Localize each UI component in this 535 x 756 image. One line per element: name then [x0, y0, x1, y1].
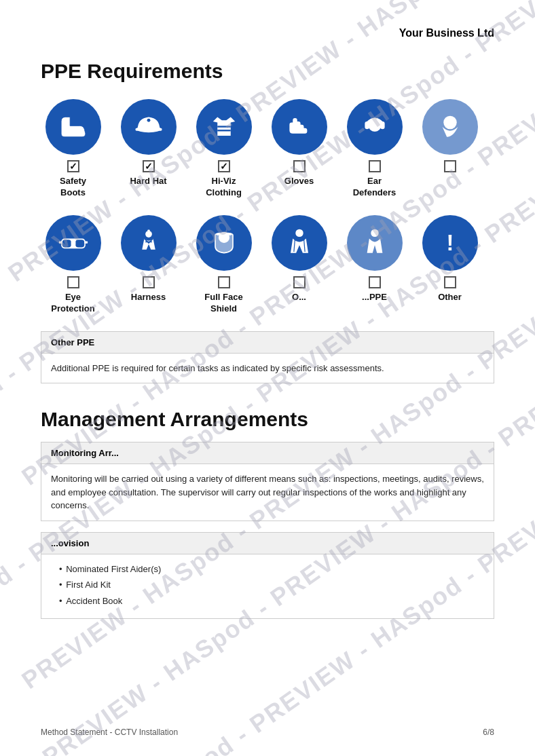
- ppe-checkbox-gloves[interactable]: [293, 160, 306, 172]
- ppe-label-boots: SafetyBoots: [60, 176, 86, 199]
- ppe-label-eyeprotection: EyeProtection: [51, 292, 94, 315]
- ppe-item-ppe2: O...: [267, 215, 331, 315]
- first-aid-item-3: Accident Book: [51, 594, 484, 608]
- eyeprotection-svg: [56, 225, 91, 261]
- ppe-item-hiviz: Hi-VizClothing: [191, 99, 256, 199]
- svg-point-23: [371, 229, 378, 236]
- svg-rect-7: [380, 121, 385, 129]
- svg-rect-14: [84, 241, 88, 243]
- ppe-label-faceshield: Full FaceShield: [204, 292, 242, 315]
- svg-rect-12: [71, 242, 75, 245]
- ppe-icon-hardhat: [121, 99, 177, 155]
- ppe-item-eye-protection: EyeProtection: [41, 215, 105, 315]
- gloves-svg: [282, 109, 317, 145]
- ppe-label-hardhat: Hard Hat: [130, 176, 166, 187]
- svg-rect-13: [58, 241, 62, 243]
- first-aid-body: Nominated First Aider(s) First Aid Kit A…: [41, 554, 494, 619]
- hiviz-svg: [206, 109, 242, 145]
- page: PREVIEW - HASpod - PREVIEW - HASpod - PR…: [0, 0, 535, 756]
- svg-point-2: [147, 119, 150, 122]
- ppe-label-ppe2: O...: [292, 292, 306, 303]
- ppe-icon-gloves: [272, 99, 327, 155]
- svg-rect-19: [216, 233, 232, 235]
- company-name: Your Business Ltd: [41, 27, 494, 39]
- ppe-label-harness: Harness: [131, 292, 166, 303]
- ppe-checkbox-ppe3[interactable]: [369, 276, 381, 288]
- ppe-section-title: PPE Requirements: [41, 60, 494, 83]
- svg-rect-11: [75, 240, 84, 247]
- ppe3-svg: [357, 225, 392, 261]
- monitoring-header: Monitoring Arr...: [41, 442, 494, 464]
- ppe-checkbox-other[interactable]: [444, 276, 456, 288]
- svg-text:!: !: [446, 231, 454, 255]
- ppe-icon-faceshield: [196, 215, 252, 271]
- first-aid-box: ...ovision Nominated First Aider(s) Firs…: [41, 532, 494, 620]
- footer: Method Statement - CCTV Installation 6/8: [41, 727, 494, 737]
- ppe-icon-exclamation: !: [422, 215, 478, 271]
- monitoring-box: Monitoring Arr... Monitoring will be car…: [41, 442, 494, 521]
- ppe-icon-ppe2: [272, 215, 327, 271]
- other-ppe-box: Other PPE Additional PPE is required for…: [41, 331, 494, 384]
- ppe-checkbox-ppe2[interactable]: [293, 276, 306, 288]
- monitoring-body: Monitoring will be carried out using a v…: [41, 464, 494, 521]
- ppe-icon-eyeprotection: [45, 215, 101, 271]
- ppe-item-other: ! Other: [418, 215, 482, 315]
- ppe-label-other: Other: [438, 292, 462, 303]
- ppe-row2: EyeProtection Harness: [41, 215, 494, 315]
- svg-rect-4: [217, 130, 231, 131]
- ppe-icon-ppe3: [347, 215, 403, 271]
- ppe-item-harness: Harness: [116, 215, 181, 315]
- ppe-row1: SafetyBoots Hard Hat: [41, 99, 494, 199]
- other-ppe-header: Other PPE: [41, 332, 494, 354]
- management-section-title: Management Arrangements: [41, 408, 494, 431]
- ppe-icon-eardefenders: [347, 99, 403, 155]
- footer-right: 6/8: [483, 727, 494, 737]
- eardefenders-svg: [357, 109, 392, 145]
- hardhat-svg: [131, 109, 166, 145]
- ppe-label-ppe3: ...PPE: [362, 292, 387, 303]
- svg-rect-3: [217, 126, 231, 127]
- svg-rect-10: [62, 240, 71, 247]
- ppe-item-faceshield: Full FaceShield: [191, 215, 256, 315]
- svg-point-8: [443, 116, 457, 130]
- ppe-checkbox-harness[interactable]: [143, 276, 155, 288]
- mask-svg: [432, 109, 468, 145]
- ppe-item-gloves: Gloves: [267, 99, 331, 199]
- other-ppe-body: Additional PPE is required for certain t…: [41, 354, 494, 383]
- ppe-checkbox-hardhat[interactable]: [143, 160, 155, 172]
- svg-point-20: [295, 229, 303, 236]
- ppe-item-safety-boots: SafetyBoots: [41, 99, 105, 199]
- first-aid-item-1: Nominated First Aider(s): [51, 563, 484, 576]
- ppe-icon-harness: [121, 215, 177, 271]
- ppe-checkbox-boots[interactable]: [67, 160, 79, 172]
- harness-svg: [131, 225, 166, 261]
- ppe-label-gloves: Gloves: [284, 176, 314, 187]
- ppe-item-hard-hat: Hard Hat: [116, 99, 181, 199]
- first-aid-list: Nominated First Aider(s) First Aid Kit A…: [51, 563, 484, 608]
- svg-rect-1: [135, 128, 162, 131]
- ppe-item-ppe3: ...PPE: [342, 215, 407, 315]
- boots-svg: [56, 109, 91, 145]
- ppe-checkbox-eyeprotection[interactable]: [67, 276, 79, 288]
- svg-rect-17: [147, 229, 149, 232]
- ppe-icon-boots: [45, 99, 101, 155]
- svg-rect-6: [365, 121, 369, 129]
- footer-left: Method Statement - CCTV Installation: [41, 727, 178, 737]
- ppe-checkbox-mask[interactable]: [444, 160, 456, 172]
- ppe-checkbox-eardefenders[interactable]: [369, 160, 381, 172]
- exclamation-svg: !: [432, 225, 468, 261]
- ppe-icon-hiviz: [196, 99, 252, 155]
- ppe-label-hiviz: Hi-VizClothing: [206, 176, 242, 199]
- ppe-checkbox-faceshield[interactable]: [218, 276, 230, 288]
- ppe-item-mask: [418, 99, 482, 199]
- first-aid-item-2: First Aid Kit: [51, 578, 484, 592]
- ppe-label-eardefenders: EarDefenders: [353, 176, 396, 199]
- faceshield-svg: [206, 225, 242, 261]
- ppe-icon-mask: [422, 99, 478, 155]
- ppe-item-ear-defenders: EarDefenders: [342, 99, 407, 199]
- first-aid-header: ...ovision: [41, 533, 494, 554]
- ppe2-svg: [282, 225, 317, 261]
- ppe-checkbox-hiviz[interactable]: [218, 160, 230, 172]
